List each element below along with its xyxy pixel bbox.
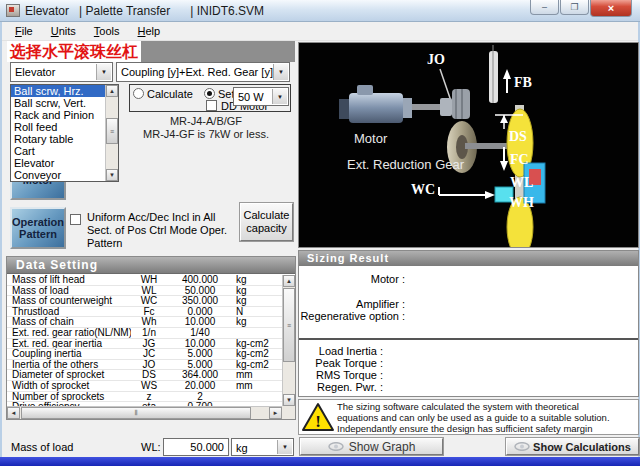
list-item[interactable]: Conveyor	[11, 169, 105, 181]
set-mtr-radio[interactable]	[204, 88, 215, 99]
unit-combo[interactable]: kg ▼	[231, 438, 294, 456]
data-setting-header: Data Setting	[7, 257, 295, 274]
machine-type-combo[interactable]: Elevator ▼	[10, 62, 113, 82]
chevron-down-icon[interactable]: ▼	[272, 89, 287, 104]
data-setting-table: Mass of lift headWH400.000kg Mass of loa…	[7, 275, 282, 406]
scroll-down-icon[interactable]: ▼	[106, 169, 118, 181]
amp-capacity-note: MR-J4-GF is 7kW or less.	[120, 128, 292, 140]
warning-line-3: Independantly ensure the design has suff…	[337, 423, 610, 434]
application-window: Elevator | Palette Transfer | INIDT6.SVM…	[0, 0, 640, 466]
capacity-combo[interactable]: 50 W ▼	[233, 87, 289, 106]
gear-output-shaft	[465, 143, 507, 149]
title-bar[interactable]: Elevator | Palette Transfer | INIDT6.SVM…	[0, 0, 640, 22]
motor-rear	[339, 99, 349, 119]
result-amplifier-label: Amplifier :	[299, 298, 405, 310]
chevron-down-icon[interactable]: ▼	[273, 64, 288, 80]
capacity-value: 50 W	[238, 91, 264, 103]
chevron-down-icon[interactable]: ▼	[277, 440, 292, 454]
window-controls: – ❐ ×	[530, 0, 632, 17]
data-setting-panel: Data Setting Mass of lift headWH400.000k…	[6, 256, 296, 420]
scrollbar-thumb[interactable]: ≡	[283, 288, 295, 362]
unit-value: kg	[236, 442, 248, 454]
list-item[interactable]: Elevator	[11, 157, 105, 169]
minimize-button[interactable]: –	[530, 0, 559, 15]
operation-pattern-button[interactable]: Operation Pattern	[10, 207, 66, 249]
jo-label: JO	[427, 52, 445, 68]
scroll-down-icon[interactable]: ▼	[283, 394, 295, 406]
menu-help[interactable]: Help	[129, 23, 170, 40]
show-graph-button[interactable]: Show Graph	[300, 438, 443, 455]
menu-tools[interactable]: Tools	[85, 23, 129, 40]
table-vertical-scrollbar[interactable]: ▲ ≡ ▼	[282, 275, 295, 406]
table-row[interactable]: Width of sprocketWS20.000mm	[7, 381, 282, 392]
amp-series-note: MR-J4-A/B/GF	[120, 115, 292, 127]
list-item[interactable]: Rotary table	[11, 133, 105, 145]
sizing-result-header: Sizing Result	[299, 251, 638, 266]
mechanism-diagram: JO FB DS FC WL WH WC Motor Ext. Reductio…	[298, 42, 639, 248]
scrollbar-thumb[interactable]: ⦀	[21, 407, 251, 419]
warning-text: The sizing software calculated the syste…	[337, 401, 610, 434]
calculate-capacity-button[interactable]: Calculate capacity	[240, 203, 293, 241]
result-regen-option-label: Regenerative option :	[299, 310, 405, 322]
result-regen-pwr-label: Regen. Pwr. :	[299, 381, 383, 393]
scroll-right-icon[interactable]: ►	[269, 407, 282, 419]
scroll-left-icon[interactable]: ◄	[7, 407, 20, 419]
fb-label: FB	[514, 75, 532, 91]
window-title: Elevator | Palette Transfer | INIDT6.SVM	[25, 4, 264, 18]
result-rms-torque-label: RMS Torque :	[299, 369, 383, 381]
app-icon	[6, 4, 20, 17]
banner-text: 选择水平滚珠丝杠	[7, 41, 141, 62]
list-item[interactable]: Ball scrw, Vert.	[11, 97, 105, 109]
table-row[interactable]: Ext. red. gear ratio(NL/NM)1/n1/40	[7, 328, 282, 339]
scrollbar-thumb[interactable]: ≡	[106, 118, 118, 144]
list-item[interactable]: Rack and Pinion	[11, 109, 105, 121]
wh-label: WH	[509, 195, 534, 211]
uniform-accdec-checkbox-row: Uniform Acc/Dec Incl in All Sect. of Pos…	[70, 211, 238, 250]
banner-filler	[141, 41, 295, 62]
close-button[interactable]: ×	[590, 0, 632, 17]
eye-icon	[514, 442, 530, 451]
sizing-result-panel: Sizing Result Motor : Amplifier : Regene…	[298, 250, 639, 397]
operation-pattern-label: Operation Pattern	[12, 216, 64, 240]
window-bottom-edge	[0, 457, 640, 466]
diagram-graphics	[299, 43, 639, 248]
fc-label: FC	[510, 152, 529, 168]
list-item[interactable]: Cart	[11, 145, 105, 157]
warning-box: ! The sizing software calculated the sys…	[298, 399, 639, 435]
motor-body	[349, 93, 403, 123]
scroll-up-icon[interactable]: ▲	[283, 275, 295, 287]
maximize-button[interactable]: ❐	[560, 0, 589, 15]
list-item[interactable]: Roll feed	[11, 121, 105, 133]
table-horizontal-scrollbar[interactable]: ◄ ⦀ ►	[7, 406, 282, 419]
wc-label: WC	[411, 182, 435, 198]
list-scrollbar[interactable]: ▲ ≡ ▼	[105, 85, 118, 181]
warning-line-1: The sizing software calculated the syste…	[337, 401, 610, 412]
dd-motor-checkbox[interactable]	[206, 100, 217, 111]
mass-of-load-input[interactable]	[163, 438, 229, 456]
show-calculations-button[interactable]: Show Calculations	[506, 438, 639, 455]
motor-diagram-label: Motor	[354, 131, 387, 146]
menu-file[interactable]: File	[6, 23, 42, 40]
chevron-down-icon[interactable]: ▼	[96, 64, 111, 80]
uniform-accdec-label[interactable]: Uniform Acc/Dec Incl in All Sect. of Pos…	[81, 211, 238, 250]
wl-label: WL	[510, 175, 533, 191]
menu-units[interactable]: Units	[42, 23, 85, 40]
machine-type-value: Elevator	[15, 66, 55, 78]
show-graph-label: Show Graph	[349, 440, 416, 454]
table-row[interactable]: Mass of lift headWH400.000kg	[7, 275, 282, 286]
mechanism-combo[interactable]: Coupling [y]+Ext. Red. Gear [y] ▼	[116, 62, 290, 82]
edit-row-label: Mass of load	[11, 441, 73, 453]
list-item[interactable]: Ball scrw, Hrz.	[11, 85, 105, 97]
machine-type-dropdown-list: Ball scrw, Hrz. Ball scrw, Vert. Rack an…	[10, 84, 119, 182]
menu-bar: File Units Tools Help	[2, 22, 638, 41]
result-separator	[299, 338, 638, 340]
calculate-radio-label[interactable]: Calculate	[147, 88, 193, 100]
motor-shaft	[412, 104, 440, 110]
scroll-up-icon[interactable]: ▲	[106, 85, 118, 97]
ds-label: DS	[509, 129, 527, 145]
motor-front-cap	[403, 98, 412, 118]
uniform-accdec-checkbox[interactable]	[70, 214, 81, 225]
mechanism-value: Coupling [y]+Ext. Red. Gear [y]	[121, 66, 273, 78]
warning-icon: !	[299, 402, 337, 432]
calculate-radio[interactable]	[133, 88, 144, 99]
